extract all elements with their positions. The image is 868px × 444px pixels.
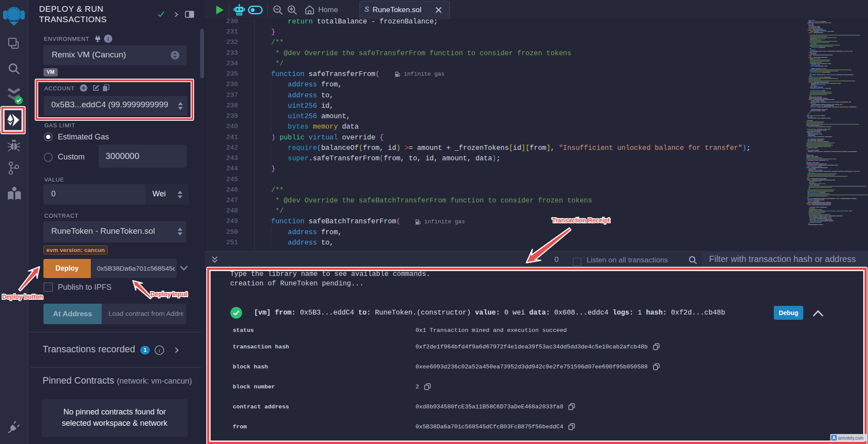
svg-text:i: i bbox=[158, 347, 160, 354]
